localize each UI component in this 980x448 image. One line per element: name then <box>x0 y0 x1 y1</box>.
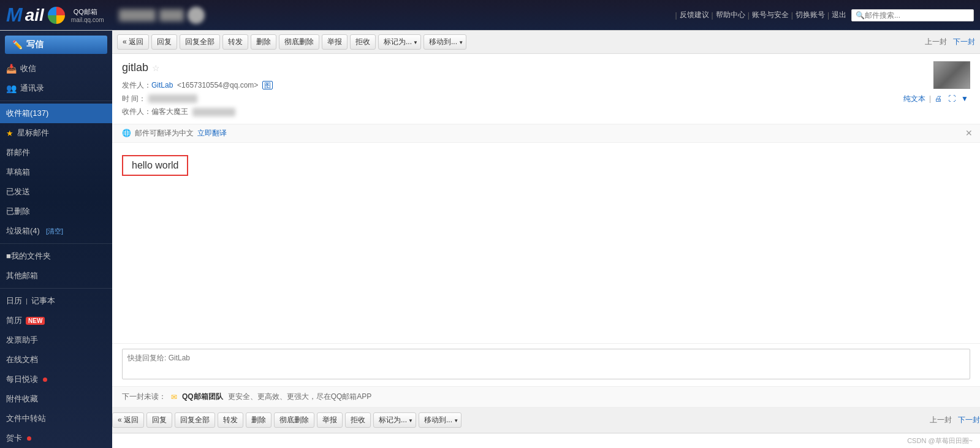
report-button[interactable]: 举报 <box>322 34 348 50</box>
recipient-name: 偏客大魔王 <box>151 107 188 116</box>
user-extra-blurred <box>159 9 184 21</box>
promo-team: QQ邮箱团队 <box>182 392 223 402</box>
sidebar-item-starred[interactable]: ★ 星标邮件 <box>0 123 112 143</box>
sender-email: <1657310554@qq.com> <box>177 81 258 89</box>
reply-button[interactable]: 回复 <box>151 34 177 50</box>
toolbar-nav-bottom: 上一封 下一封 <box>930 415 980 425</box>
greeting-card-dot <box>27 436 31 441</box>
reject-button[interactable]: 拒收 <box>350 34 376 50</box>
sidebar-item-inbox-receive[interactable]: 📥 收信 <box>0 59 112 78</box>
sent-label: 已发送 <box>6 186 30 197</box>
email-body-text: hello world <box>122 155 188 176</box>
sidebar-item-daily-joy[interactable]: 每日悦读 <box>0 370 112 389</box>
other-mailbox-label: 其他邮箱 <box>6 270 38 281</box>
sidebar-item-resume[interactable]: 简历 NEW <box>0 311 112 330</box>
sidebar-item-other-mailbox[interactable]: 其他邮箱 <box>0 266 112 286</box>
sidebar-item-groups[interactable]: 群邮件 <box>0 143 112 162</box>
reply-all-button-bottom[interactable]: 回复全部 <box>175 412 215 428</box>
translation-text: 邮件可翻译为中文 <box>135 128 194 139</box>
move-to-button-bottom[interactable]: 移动到... <box>419 412 462 428</box>
sidebar-item-calendar[interactable]: 日历 | 记事本 <box>0 291 112 311</box>
sidebar-item-deleted[interactable]: 已删除 <box>0 202 112 221</box>
mark-as-button[interactable]: 标记为... <box>378 34 421 50</box>
starred-label: 星标邮件 <box>17 127 49 139</box>
delete-button[interactable]: 删除 <box>251 34 276 50</box>
sep2: | <box>748 11 750 20</box>
calendar-sep: | <box>26 297 28 305</box>
reject-button-bottom[interactable]: 拒收 <box>345 412 371 428</box>
account-security-link[interactable]: 账号与安全 <box>752 10 789 20</box>
spam-label: 垃圾箱(4) <box>6 226 40 237</box>
back-button-bottom[interactable]: « 返回 <box>112 412 144 428</box>
groups-label: 群邮件 <box>6 147 30 158</box>
help-link[interactable]: 帮助中心 <box>716 10 745 20</box>
resume-label: 简历 <box>6 315 22 326</box>
print-icon[interactable]: 🖨 <box>935 94 942 103</box>
translate-now-link[interactable]: 立即翻译 <box>197 128 227 139</box>
reply-button-bottom[interactable]: 回复 <box>146 412 172 428</box>
feedback-link[interactable]: 反馈建议 <box>680 10 709 20</box>
forward-button[interactable]: 转发 <box>222 34 248 50</box>
search-input[interactable] <box>865 11 963 20</box>
quick-reply-input[interactable] <box>122 349 970 379</box>
sidebar-item-invoice[interactable]: 发票助手 <box>0 330 112 350</box>
sidebar-item-greeting-card[interactable]: 贺卡 <box>0 428 112 448</box>
next-email-label: 下一封未读： <box>122 392 166 402</box>
sidebar-item-spam[interactable]: 垃圾箱(4) [清空] <box>0 221 112 241</box>
nav-next-link[interactable]: 下一封 <box>953 37 975 46</box>
toolbar-nav: 上一封 下一封 <box>925 37 975 47</box>
email-meta: 发件人：GitLab <1657310554@qq.com> 图 时 间： 收件… <box>122 79 970 119</box>
sidebar-item-contacts[interactable]: 👥 通讯录 <box>0 78 112 98</box>
topbar-avatar-area <box>119 7 205 24</box>
sender-line: 发件人：GitLab <1657310554@qq.com> 图 <box>122 79 970 93</box>
daily-joy-dot <box>43 378 47 382</box>
spam-clear-link[interactable]: [清空] <box>46 227 63 236</box>
logo-domain: mail.qq.com <box>71 17 104 23</box>
permanent-delete-button[interactable]: 彻底删除 <box>279 34 319 50</box>
translation-close-button[interactable]: ✕ <box>965 128 973 138</box>
sep3: | <box>791 11 793 20</box>
reply-all-button[interactable]: 回复全部 <box>180 34 220 50</box>
time-label: 时 间： <box>122 94 146 103</box>
translate-icon: 🌐 <box>122 129 131 137</box>
delete-button-bottom[interactable]: 删除 <box>246 412 272 428</box>
notes-label: 记事本 <box>31 295 55 306</box>
plain-text-link[interactable]: 纯文本 <box>903 94 925 103</box>
sidebar-item-sent[interactable]: 已发送 <box>0 182 112 202</box>
promo-description: 更安全、更高效、更强大，尽在QQ邮箱APP <box>228 392 372 402</box>
mark-as-button-bottom[interactable]: 标记为... <box>373 412 416 428</box>
fullscreen-icon[interactable]: ⛶ <box>948 94 955 103</box>
report-button-bottom[interactable]: 举报 <box>317 412 343 428</box>
nav-next-link-bottom[interactable]: 下一封 <box>958 416 980 424</box>
attachment-label: 附件收藏 <box>6 393 38 404</box>
switch-account-link[interactable]: 切换账号 <box>796 10 825 20</box>
sidebar-item-drafts[interactable]: 草稿箱 <box>0 162 112 182</box>
sidebar-item-attachment[interactable]: 附件收藏 <box>0 389 112 409</box>
more-options-icon[interactable]: ▼ <box>961 94 968 103</box>
logout-link[interactable]: 退出 <box>832 10 846 20</box>
permanent-delete-button-bottom[interactable]: 彻底删除 <box>274 412 314 428</box>
next-email-promo: 下一封未读： ✉ QQ邮箱团队 更安全、更高效、更强大，尽在QQ邮箱APP <box>112 386 980 408</box>
content-area: « 返回 回复 回复全部 转发 删除 彻底删除 举报 拒收 标记为... 移动到… <box>112 31 980 448</box>
sidebar-item-inbox[interactable]: 收件箱(137) <box>0 104 112 123</box>
star-button[interactable]: ☆ <box>152 63 160 73</box>
daily-joy-label: 每日悦读 <box>6 374 38 385</box>
search-box[interactable]: 🔍 <box>851 9 974 21</box>
logo-area: M ail QQ邮箱 mail.qq.com <box>6 4 217 26</box>
nav-prev-label-bottom: 上一封 <box>930 416 952 424</box>
compose-button[interactable]: ✏️ 写信 <box>5 36 107 54</box>
back-button[interactable]: « 返回 <box>117 34 149 50</box>
sidebar-item-online-doc[interactable]: 在线文档 <box>0 350 112 370</box>
greeting-card-label: 贺卡 <box>6 433 22 444</box>
sidebar-divider-3 <box>0 288 112 289</box>
sidebar-item-my-folders[interactable]: ■我的文件夹 <box>0 246 112 266</box>
forward-button-bottom[interactable]: 转发 <box>218 412 243 428</box>
move-to-button[interactable]: 移动到... <box>424 34 466 50</box>
sidebar-divider-2 <box>0 243 112 244</box>
time-line: 时 间： <box>122 93 970 106</box>
sidebar-item-file-transfer[interactable]: 文件中转站 <box>0 409 112 428</box>
user-name-blurred <box>119 9 156 21</box>
compose-section: ✏️ 写信 <box>5 36 107 54</box>
recipient-line: 收件人：偏客大魔王 <box>122 105 970 119</box>
contacts-icon: 👥 <box>6 83 17 93</box>
